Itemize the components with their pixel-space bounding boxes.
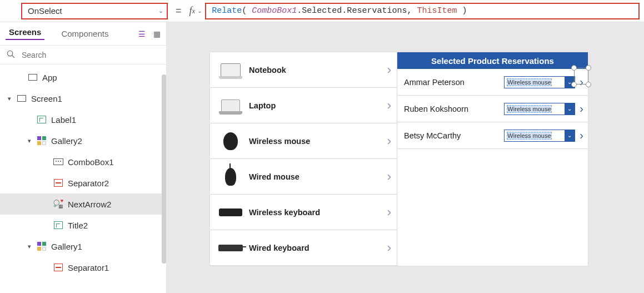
product-row[interactable]: Wireless mouse›: [210, 123, 397, 159]
product-gallery: Notebook›Laptop›Wireless mouse›Wired mou…: [210, 52, 397, 266]
tree-item-app[interactable]: App: [0, 67, 166, 88]
product-name: Wired keyboard: [249, 244, 387, 252]
product-row[interactable]: Laptop›: [210, 88, 397, 123]
formula-token: Relate: [212, 6, 242, 16]
tree-item-separator1[interactable]: Separator1: [0, 257, 166, 278]
product-name: Laptop: [249, 101, 387, 110]
label-icon: [52, 221, 64, 229]
reservation-row: Betsy McCarthyWireless mouse⌄›: [397, 122, 588, 149]
combobox-value: Wireless mouse: [505, 132, 565, 139]
tree-item-nextarrow2[interactable]: ◯♥+▦NextArrow2: [0, 193, 166, 215]
equals-sign: =: [176, 5, 182, 17]
product-name: Wired mouse: [249, 172, 387, 181]
reservation-combobox[interactable]: Wireless mouse⌄: [504, 103, 575, 115]
fx-icon[interactable]: fx⌄: [189, 5, 202, 17]
search-icon: [7, 50, 15, 60]
search-input[interactable]: [21, 50, 159, 60]
formula-bar: OnSelect ⌄ = fx⌄ Relate( ComboBox1.Selec…: [0, 0, 644, 22]
tree-item-combobox1[interactable]: ComboBox1: [0, 151, 166, 172]
tree-item-label: Screen1: [31, 94, 62, 103]
svg-point-0: [7, 51, 12, 56]
tree-item-title2[interactable]: Title2: [0, 215, 166, 236]
chevron-right-icon[interactable]: ›: [387, 98, 391, 113]
chevron-down-icon[interactable]: ⌄: [565, 103, 575, 115]
tree-item-label: App: [42, 73, 57, 82]
tree-item-label: NextArrow2: [68, 200, 111, 209]
chevron-down-icon[interactable]: ⌄: [565, 130, 575, 141]
formula-token: .Selected.Reservations: [297, 6, 407, 16]
product-name: Wireless keyboard: [249, 208, 387, 217]
tree-item-screen1[interactable]: ▾Screen1: [0, 88, 166, 109]
tree-item-label: ComboBox1: [68, 157, 114, 167]
search-bar[interactable]: [0, 46, 166, 64]
panel-tabs: Screens Components ☰ ▦: [0, 22, 166, 46]
chevron-down-icon: ⌄: [158, 7, 163, 14]
product-row[interactable]: Wireless keyboard›: [210, 195, 397, 230]
reservation-name: Betsy McCarthy: [404, 131, 504, 140]
reservation-row: Ruben KokshoornWireless mouse⌄›: [397, 96, 588, 122]
tree-view-panel: Screens Components ☰ ▦ App▾Screen1Label1…: [0, 22, 167, 293]
formula-token: ): [457, 6, 467, 16]
tree-item-label1[interactable]: Label1: [0, 109, 166, 130]
chevron-right-icon[interactable]: ›: [580, 129, 583, 142]
property-selector-value: OnSelect: [28, 6, 62, 16]
reservation-row: Ammar PetersonWireless mouse⌄›: [397, 69, 588, 96]
chevron-right-icon[interactable]: ›: [387, 134, 391, 148]
combobox-value: Wireless mouse: [505, 106, 565, 112]
reservations-header: Selected Product Reservations: [397, 52, 588, 69]
formula-token: (: [242, 6, 252, 16]
tree-item-separator2[interactable]: Separator2: [0, 172, 166, 193]
grid-view-icon[interactable]: ▦: [153, 29, 161, 38]
next-arrow-selected[interactable]: ›: [575, 76, 583, 88]
svg-line-1: [12, 55, 14, 57]
chevron-right-icon[interactable]: ›: [580, 102, 583, 115]
formula-token: ComboBox1: [252, 6, 297, 16]
tree-item-label: Gallery1: [51, 242, 82, 251]
chevron-down-icon: ⌄: [197, 8, 202, 14]
chevron-right-icon[interactable]: ›: [387, 241, 391, 255]
expand-caret-icon[interactable]: ▾: [8, 95, 16, 102]
label-icon: [36, 116, 48, 123]
combobox-value: Wireless mouse: [505, 79, 565, 86]
gallery-icon: [36, 242, 48, 251]
expand-caret-icon[interactable]: ▾: [28, 137, 36, 145]
product-thumbnail: [218, 237, 243, 259]
sep-icon: [52, 179, 64, 187]
product-row[interactable]: Notebook›: [210, 52, 397, 88]
chevron-right-icon[interactable]: ›: [387, 63, 391, 77]
tab-screens[interactable]: Screens: [6, 27, 44, 40]
product-name: Notebook: [249, 66, 387, 75]
product-thumbnail: [218, 166, 243, 188]
tab-components[interactable]: Components: [58, 29, 112, 38]
square-icon: [27, 74, 39, 81]
expand-caret-icon[interactable]: ▾: [28, 243, 36, 250]
sep-icon: [52, 264, 64, 271]
combo-icon: [52, 158, 64, 165]
formula-input[interactable]: Relate( ComboBox1.Selected.Reservations,…: [205, 3, 640, 19]
property-selector[interactable]: OnSelect ⌄: [21, 3, 168, 19]
tree-item-label: Separator2: [68, 178, 109, 188]
scrollbar-thumb[interactable]: [162, 75, 166, 264]
chevron-right-icon[interactable]: ›: [387, 170, 391, 184]
chevron-right-icon[interactable]: ›: [387, 205, 391, 220]
reservation-combobox[interactable]: Wireless mouse⌄: [504, 130, 575, 142]
product-thumbnail: [218, 201, 243, 224]
tree-item-gallery1[interactable]: ▾Gallery1: [0, 236, 166, 257]
screen-icon: [16, 95, 28, 102]
tree-item-label: Gallery2: [51, 136, 82, 146]
list-view-icon[interactable]: ☰: [138, 29, 146, 38]
formula-token: ThisItem: [417, 6, 457, 16]
tree-item-label: Label1: [51, 115, 76, 125]
tree-item-label: Title2: [68, 221, 88, 230]
product-row[interactable]: Wired keyboard›: [210, 230, 397, 266]
formula-token: ,: [407, 6, 417, 16]
reservations-panel: Selected Product Reservations Ammar Pete…: [397, 52, 588, 266]
arrow-icon: ◯♥+▦: [52, 200, 64, 208]
reservation-name: Ruben Kokshoorn: [404, 105, 504, 113]
product-row[interactable]: Wired mouse›: [210, 159, 397, 195]
product-thumbnail: [218, 95, 243, 117]
product-thumbnail: [218, 130, 243, 152]
tree-item-gallery2[interactable]: ▾Gallery2: [0, 130, 166, 151]
reservation-combobox[interactable]: Wireless mouse⌄: [504, 76, 575, 88]
reservation-name: Ammar Peterson: [404, 78, 504, 87]
